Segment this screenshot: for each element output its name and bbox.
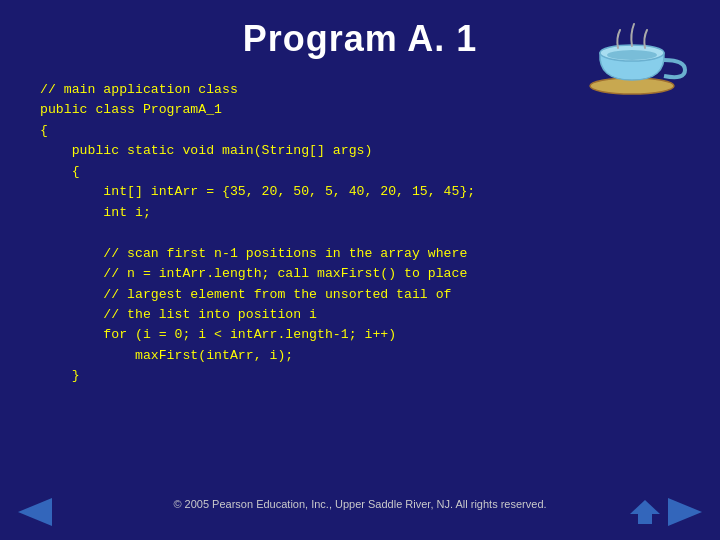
nav-left-group xyxy=(18,498,52,526)
svg-rect-5 xyxy=(638,514,652,524)
home-button[interactable] xyxy=(628,498,662,526)
code-line: } xyxy=(40,366,680,386)
code-line: // n = intArr.length; call maxFirst() to… xyxy=(40,264,680,284)
code-line: // scan first n-1 positions in the array… xyxy=(40,244,680,264)
code-line: public static void main(String[] args) xyxy=(40,141,680,161)
code-line: // largest element from the unsorted tai… xyxy=(40,285,680,305)
code-line: // the list into position i xyxy=(40,305,680,325)
prev-arrow-button[interactable] xyxy=(18,498,52,526)
tea-cup-illustration xyxy=(580,8,690,98)
next-arrow-button[interactable] xyxy=(668,498,702,526)
code-line: for (i = 0; i < intArr.length-1; i++) xyxy=(40,325,680,345)
slide: Program A. 1 // main application classpu… xyxy=(0,0,720,540)
code-block: // main application classpublic class Pr… xyxy=(0,80,720,387)
svg-point-2 xyxy=(607,50,657,60)
code-line: { xyxy=(40,162,680,182)
code-line: int i; xyxy=(40,203,680,223)
nav-right-group xyxy=(628,498,702,526)
code-line: { xyxy=(40,121,680,141)
svg-marker-3 xyxy=(18,498,52,526)
code-line xyxy=(40,223,680,243)
svg-marker-4 xyxy=(630,500,660,514)
code-line: public class ProgramA_1 xyxy=(40,100,680,120)
svg-marker-6 xyxy=(668,498,702,526)
code-line: maxFirst(intArr, i); xyxy=(40,346,680,366)
code-line: int[] intArr = {35, 20, 50, 5, 40, 20, 1… xyxy=(40,182,680,202)
nav-arrows xyxy=(0,498,720,526)
